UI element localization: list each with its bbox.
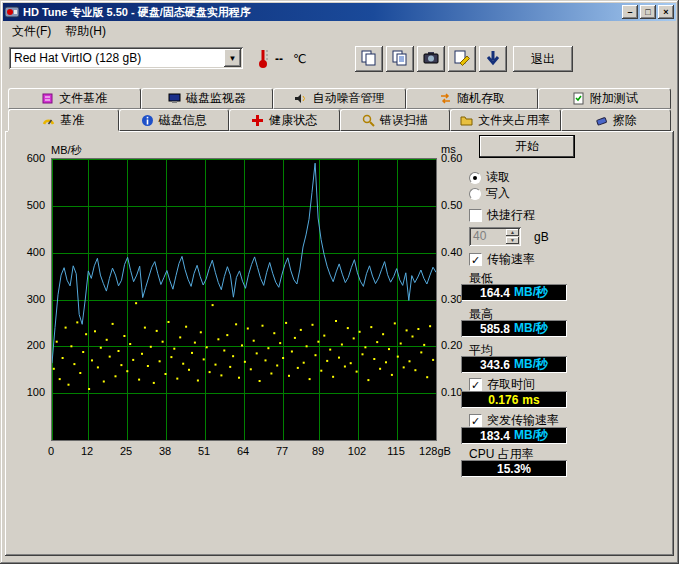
temperature-value: -- bbox=[275, 52, 283, 66]
camera-icon bbox=[422, 49, 440, 70]
chevron-down-icon[interactable]: ▼ bbox=[224, 49, 241, 67]
maximize-button[interactable]: □ bbox=[640, 5, 656, 19]
x-tick: 77 bbox=[264, 445, 300, 457]
access-time-checkbox[interactable]: ✓ bbox=[469, 378, 482, 391]
copy-text-button[interactable] bbox=[386, 46, 414, 72]
min-value-box: 164.4 MB/秒 bbox=[461, 284, 567, 301]
radio-write-label: 写入 bbox=[486, 185, 510, 202]
tab-row-primary: 基准 磁盘信息 健康状态 错误扫描 文件夹占用率 擦除 bbox=[8, 109, 671, 131]
health-cross-icon bbox=[251, 114, 264, 127]
transfer-rate-checkbox[interactable]: ✓ bbox=[469, 253, 482, 266]
drive-select[interactable]: Red Hat VirtIO (128 gB) ▼ bbox=[9, 47, 243, 69]
chart-canvas bbox=[52, 159, 436, 440]
screenshot-button[interactable] bbox=[417, 46, 445, 72]
copy-text-icon bbox=[391, 49, 409, 70]
app-window: HD Tune 专业版 5.50 - 硬盘/固态硬盘实用程序 – □ × 文件(… bbox=[0, 0, 679, 564]
save-image-button[interactable] bbox=[448, 46, 476, 72]
burst-rate-value-box: 183.4 MB/秒 bbox=[461, 427, 567, 444]
x-tick: 38 bbox=[147, 445, 183, 457]
info-icon bbox=[141, 114, 154, 127]
start-button[interactable]: 开始 bbox=[479, 135, 575, 158]
erase-icon bbox=[595, 114, 608, 127]
menu-help[interactable]: 帮助(H) bbox=[58, 21, 113, 42]
tab-file-benchmark[interactable]: 文件基准 bbox=[8, 88, 141, 109]
close-button[interactable]: × bbox=[658, 5, 674, 19]
minimize-button[interactable]: – bbox=[622, 5, 638, 19]
y-left-tick: 200 bbox=[7, 339, 45, 351]
radio-write-indicator[interactable] bbox=[469, 188, 481, 200]
menu-file[interactable]: 文件(F) bbox=[5, 21, 58, 42]
tab-extra-tests[interactable]: 附加测试 bbox=[538, 88, 671, 109]
radio-read-label: 读取 bbox=[486, 169, 510, 186]
random-access-icon bbox=[439, 92, 452, 105]
burst-rate-checkbox[interactable]: ✓ bbox=[469, 414, 482, 427]
spinner-up-icon[interactable]: ▲ bbox=[506, 229, 519, 236]
burst-rate-value: 183.4 bbox=[480, 429, 510, 443]
min-value: 164.4 bbox=[480, 286, 510, 300]
radio-read[interactable]: 读取 bbox=[469, 169, 510, 186]
x-tick: 51 bbox=[186, 445, 222, 457]
tab-label: 自动噪音管理 bbox=[312, 90, 384, 107]
radio-read-indicator[interactable] bbox=[469, 172, 481, 184]
x-tick: 128gB bbox=[417, 445, 453, 457]
burst-rate-unit: MB/秒 bbox=[514, 427, 548, 444]
access-time-unit: ms bbox=[522, 393, 539, 407]
spinner-down-icon[interactable]: ▼ bbox=[506, 237, 519, 244]
x-tick: 115 bbox=[378, 445, 414, 457]
y-left-tick: 500 bbox=[7, 199, 45, 211]
tab-disk-monitor[interactable]: 磁盘监视器 bbox=[141, 88, 274, 109]
tab-benchmark[interactable]: 基准 bbox=[8, 109, 119, 131]
tab-erase[interactable]: 擦除 bbox=[561, 109, 672, 131]
short-stroke-label: 快捷行程 bbox=[487, 207, 535, 224]
error-scan-icon bbox=[362, 114, 375, 127]
file-benchmark-icon bbox=[41, 92, 54, 105]
short-stroke-checkbox[interactable]: ✓ bbox=[469, 209, 482, 222]
tab-label: 随机存取 bbox=[457, 90, 505, 107]
cpu-usage-value-box: 15.3% bbox=[461, 460, 567, 477]
disk-monitor-icon bbox=[168, 92, 181, 105]
x-tick: 64 bbox=[225, 445, 261, 457]
tab-random-access[interactable]: 随机存取 bbox=[406, 88, 539, 109]
avg-unit: MB/秒 bbox=[514, 356, 548, 373]
exit-button[interactable]: 退出 bbox=[513, 46, 573, 72]
export-button[interactable] bbox=[479, 46, 507, 72]
tab-health[interactable]: 健康状态 bbox=[229, 109, 340, 131]
benchmark-controls: 开始 读取 写入 ✓ 快捷行程 40 ▲ ▼ gB ✓ 传输速率 bbox=[455, 133, 673, 478]
benchmark-gauge-icon bbox=[42, 114, 55, 127]
speaker-icon bbox=[294, 92, 307, 105]
y-left-tick: 100 bbox=[7, 386, 45, 398]
y-axis-unit-left: MB/秒 bbox=[51, 143, 82, 158]
max-value-box: 585.8 MB/秒 bbox=[461, 320, 567, 337]
x-tick: 12 bbox=[69, 445, 105, 457]
radio-write[interactable]: 写入 bbox=[469, 185, 510, 202]
y-left-tick: 400 bbox=[7, 246, 45, 258]
x-tick: 102 bbox=[339, 445, 375, 457]
titlebar[interactable]: HD Tune 专业版 5.50 - 硬盘/固态硬盘实用程序 – □ × bbox=[3, 3, 676, 21]
x-tick: 25 bbox=[108, 445, 144, 457]
benchmark-chart: MB/秒 ms 1002003004005006000.100.200.300.… bbox=[7, 133, 463, 478]
tab-error-scan[interactable]: 错误扫描 bbox=[340, 109, 451, 131]
short-stroke-unit: gB bbox=[534, 230, 549, 244]
tab-folder-usage[interactable]: 文件夹占用率 bbox=[450, 109, 561, 131]
y-left-tick: 300 bbox=[7, 293, 45, 305]
tab-label: 附加测试 bbox=[590, 90, 638, 107]
thermometer-icon bbox=[257, 47, 269, 72]
transfer-rate-label: 传输速率 bbox=[487, 251, 535, 268]
copy-icon bbox=[360, 49, 378, 70]
window-title: HD Tune 专业版 5.50 - 硬盘/固态硬盘实用程序 bbox=[23, 5, 622, 20]
app-icon bbox=[5, 5, 19, 19]
chart-plot-area bbox=[51, 158, 437, 441]
short-stroke-size-stepper[interactable]: 40 ▲ ▼ bbox=[469, 227, 521, 246]
y-left-tick: 600 bbox=[7, 152, 45, 164]
tab-aam[interactable]: 自动噪音管理 bbox=[273, 88, 406, 109]
tab-row-secondary: 文件基准 磁盘监视器 自动噪音管理 随机存取 附加测试 bbox=[8, 88, 671, 109]
tab-disk-info[interactable]: 磁盘信息 bbox=[119, 109, 230, 131]
checkbox-short-stroke[interactable]: ✓ 快捷行程 bbox=[469, 207, 535, 224]
x-tick: 89 bbox=[300, 445, 336, 457]
copy-button[interactable] bbox=[355, 46, 383, 72]
toolbar: Red Hat VirtIO (128 gB) ▼ -- ℃ 退出 bbox=[3, 42, 676, 76]
temperature-unit: ℃ bbox=[293, 52, 306, 66]
save-image-icon bbox=[453, 49, 471, 70]
cpu-usage-value: 15.3% bbox=[497, 462, 531, 476]
checkbox-transfer-rate[interactable]: ✓ 传输速率 bbox=[469, 251, 535, 268]
